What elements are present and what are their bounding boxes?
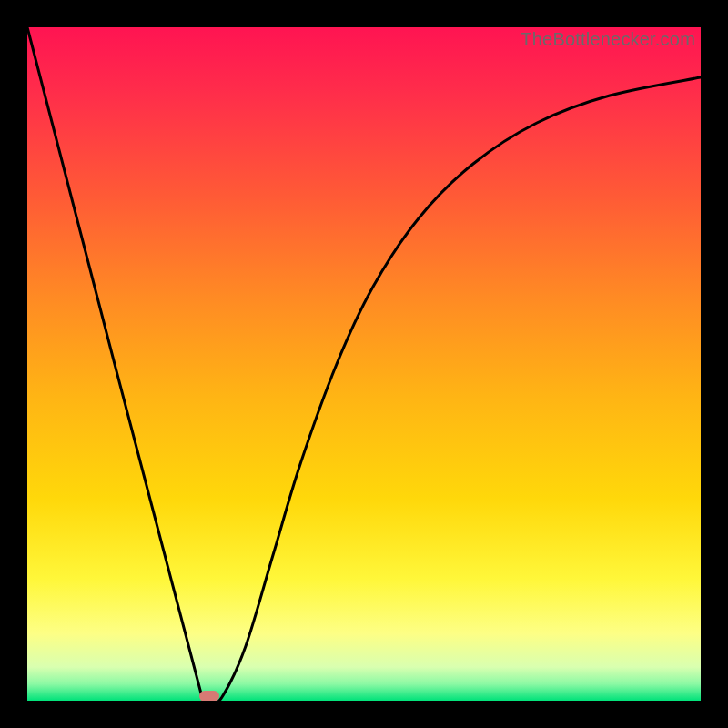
bottleneck-marker [199,691,219,701]
bottleneck-curve [27,27,701,701]
watermark-text: TheBottlenecker.com [521,29,695,50]
plot-area: TheBottlenecker.com [27,27,701,701]
